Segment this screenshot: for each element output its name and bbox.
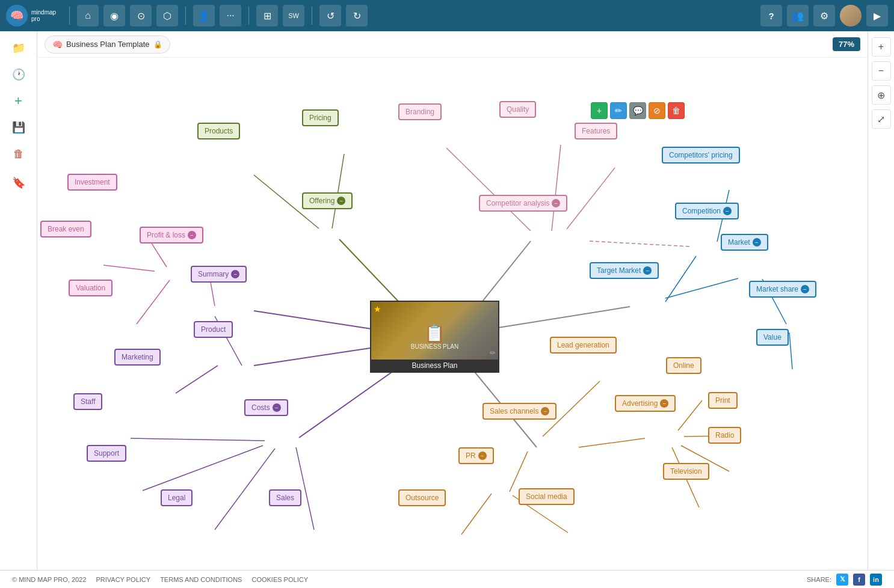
ctx-filter[interactable]: ⊘ [649,102,665,119]
center-label: Business Plan [371,360,498,372]
undo-btn[interactable]: ↺ [319,5,341,26]
node-product[interactable]: Product [194,321,233,338]
node-investment[interactable]: Investment [67,174,117,191]
node-staff[interactable]: Staff [73,393,102,410]
collapse-icon2[interactable]: − [552,199,560,207]
collapse-icon10[interactable]: − [541,407,549,415]
node-competitor-analysis[interactable]: Competitor analysis − [479,195,567,212]
privacy-link[interactable]: PRIVACY POLICY [96,576,150,583]
folder-btn[interactable]: 📁 [8,37,29,59]
node-products[interactable]: Products [197,123,240,139]
node-pr[interactable]: PR − [458,447,494,464]
node-value[interactable]: Value [756,329,789,346]
zoom-in-btn[interactable]: + [872,37,891,57]
header-divider4 [312,7,312,25]
node-sales-dept[interactable]: Sales [269,489,301,506]
more-btn[interactable]: ··· [220,5,241,26]
node-legal[interactable]: Legal [161,489,193,506]
node-branding[interactable]: Branding [398,103,442,120]
org-chart-btn[interactable]: ◉ [103,5,125,26]
add-node-btn[interactable]: + [8,90,29,112]
collapse-icon6[interactable]: − [801,285,809,293]
edit-center-icon[interactable]: ✏ [490,349,496,357]
node-summary[interactable]: Summary − [191,266,247,283]
facebook-btn[interactable]: f [853,574,865,586]
node-quality[interactable]: Quality [499,101,536,118]
header-right: ? 👥 ⚙ ▶ [760,5,888,26]
node-pricing[interactable]: Pricing [302,109,339,126]
node-sales-channels[interactable]: Sales channels − [482,403,556,420]
3d-btn[interactable]: ⬡ [156,5,178,26]
fullscreen-btn[interactable]: ⤢ [872,109,891,129]
node-competition[interactable]: Competition − [675,203,739,219]
node-features[interactable]: Features [575,123,617,139]
node-marketing[interactable]: Marketing [114,349,161,366]
node-radio[interactable]: Radio [708,427,741,444]
node-online[interactable]: Online [666,357,701,374]
node-social-media[interactable]: Social media [519,488,575,505]
cookies-link[interactable]: COOKIES POLICY [251,576,308,583]
brain-icon: 🧠 [52,40,63,49]
terms-link[interactable]: TERMS AND CONDITIONS [160,576,242,583]
swot-btn[interactable]: SW [283,5,304,26]
collapse-icon9[interactable]: − [273,403,281,412]
node-offering[interactable]: Offering − [302,192,353,209]
node-print[interactable]: Print [708,392,738,409]
node-television[interactable]: Television [663,463,709,480]
collapse-icon[interactable]: − [337,197,345,205]
node-costs[interactable]: Costs − [244,399,288,416]
svg-line-25 [215,449,275,530]
collapse-icon11[interactable]: − [660,399,668,408]
ctx-comment[interactable]: 💬 [629,102,646,119]
collapse-icon3[interactable]: − [723,207,732,215]
logout-btn[interactable]: ▶ [866,5,888,26]
ctx-edit[interactable]: ✏ [610,102,627,119]
svg-line-21 [176,366,218,393]
node-valuation[interactable]: Valuation [69,280,113,296]
zoom-out-btn[interactable]: − [872,61,891,81]
collapse-icon7[interactable]: − [231,270,239,278]
linkedin-btn[interactable]: in [870,574,882,586]
bookmark-btn[interactable]: 🔖 [8,172,29,194]
center-node[interactable]: 📋 BUSINESS PLAN Business Plan ★ ✏ [370,301,499,373]
fit-btn[interactable]: ⊕ [872,85,891,105]
ctx-add[interactable]: + [591,102,608,119]
node-profit-loss[interactable]: Profit & loss − [140,227,203,243]
people-btn[interactable]: 👤 [193,5,215,26]
collapse-icon8[interactable]: − [188,231,196,239]
delete-btn[interactable]: 🗑 [8,143,29,165]
help-btn[interactable]: ? [760,5,782,26]
twitter-btn[interactable]: 𝕏 [836,574,848,586]
svg-line-34 [510,452,528,492]
node-break-even[interactable]: Break even [40,221,91,237]
footer-share: SHARE: 𝕏 f in [807,574,882,586]
doc-tab[interactable]: 🧠 Business Plan Template 🔒 [45,35,170,54]
concept-map-btn[interactable]: ⊙ [130,5,152,26]
table-btn[interactable]: ⊞ [256,5,278,26]
home-btn[interactable]: ⌂ [77,5,99,26]
avatar[interactable] [840,5,862,26]
settings-btn[interactable]: ⚙ [813,5,835,26]
right-sidebar: + − ⊕ ⤢ [868,31,894,570]
node-competitors-pricing[interactable]: Competitors' pricing [662,147,740,164]
svg-line-29 [579,438,645,447]
history-btn[interactable]: 🕐 [8,64,29,85]
logo-icon: 🧠 [6,5,28,26]
save-btn[interactable]: 💾 [8,117,29,138]
node-outsource[interactable]: Outsource [398,489,446,506]
redo-btn[interactable]: ↻ [346,5,368,26]
node-support[interactable]: Support [87,445,126,462]
node-lead-generation[interactable]: Lead generation [550,337,617,354]
node-market-share[interactable]: Market share − [749,281,816,298]
svg-line-11 [665,278,738,298]
share-users-btn[interactable]: 👥 [787,5,809,26]
collapse-icon12[interactable]: − [478,452,487,460]
node-advertising[interactable]: Advertising − [615,395,676,412]
svg-line-10 [665,256,696,302]
header: 🧠 mindmap pro ⌂ ◉ ⊙ ⬡ 👤 ··· ⊞ SW ↺ ↻ ? 👥… [0,0,894,31]
ctx-delete[interactable]: 🗑 [668,102,685,119]
node-target-market[interactable]: Target Market − [590,262,659,279]
node-market[interactable]: Market − [721,234,768,251]
collapse-icon4[interactable]: − [643,266,652,275]
collapse-icon5[interactable]: − [753,238,761,247]
